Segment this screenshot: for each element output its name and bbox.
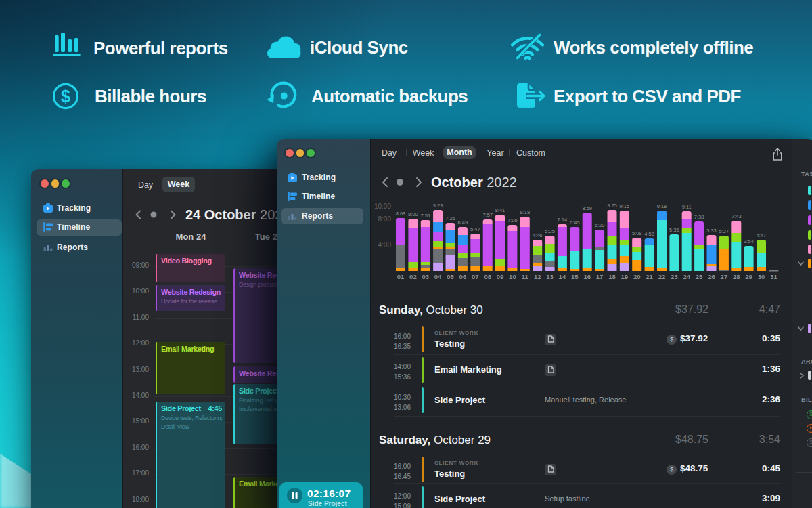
svg-text:$: $ bbox=[61, 87, 70, 106]
